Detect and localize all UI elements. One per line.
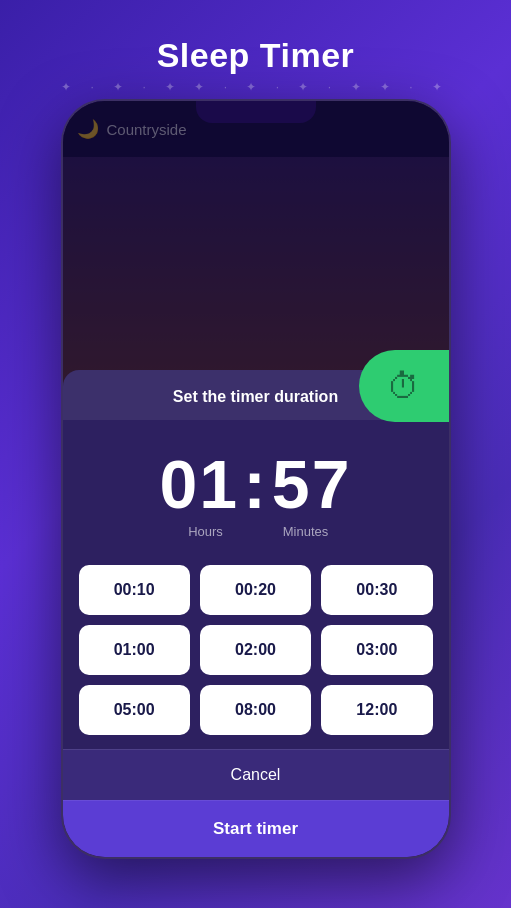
preset-button-p8[interactable]: 08:00 [200, 685, 311, 735]
timer-modal: ⏱ Set the timer duration 01 : 57 Hours M… [63, 370, 449, 857]
timer-badge: ⏱ [359, 350, 449, 422]
hours-label: Hours [156, 524, 256, 539]
phone-notch [196, 101, 316, 123]
time-separator: : [243, 450, 268, 518]
hours-display: 01 [160, 450, 240, 518]
stopwatch-icon: ⏱ [387, 367, 421, 406]
presets-grid: 00:1000:2000:3001:0002:0003:0005:0008:00… [63, 549, 449, 749]
page-title: Sleep Timer [157, 36, 355, 75]
minutes-label: Minutes [256, 524, 356, 539]
preset-button-p3[interactable]: 00:30 [321, 565, 432, 615]
cancel-button[interactable]: Cancel [63, 749, 449, 800]
minutes-display: 57 [272, 450, 352, 518]
time-labels: Hours Minutes [156, 524, 356, 539]
preset-button-p7[interactable]: 05:00 [79, 685, 190, 735]
modal-overlay: ⏱ Set the timer duration 01 : 57 Hours M… [63, 101, 449, 857]
preset-button-p2[interactable]: 00:20 [200, 565, 311, 615]
modal-title: Set the timer duration [173, 388, 338, 405]
preset-button-p5[interactable]: 02:00 [200, 625, 311, 675]
time-display: 01 : 57 Hours Minutes [63, 420, 449, 549]
preset-button-p6[interactable]: 03:00 [321, 625, 432, 675]
preset-button-p4[interactable]: 01:00 [79, 625, 190, 675]
preset-button-p1[interactable]: 00:10 [79, 565, 190, 615]
start-timer-button[interactable]: Start timer [63, 800, 449, 857]
phone-shell: 🌙 Countryside ⏱ Set the timer duration 0… [61, 99, 451, 859]
preset-button-p9[interactable]: 12:00 [321, 685, 432, 735]
